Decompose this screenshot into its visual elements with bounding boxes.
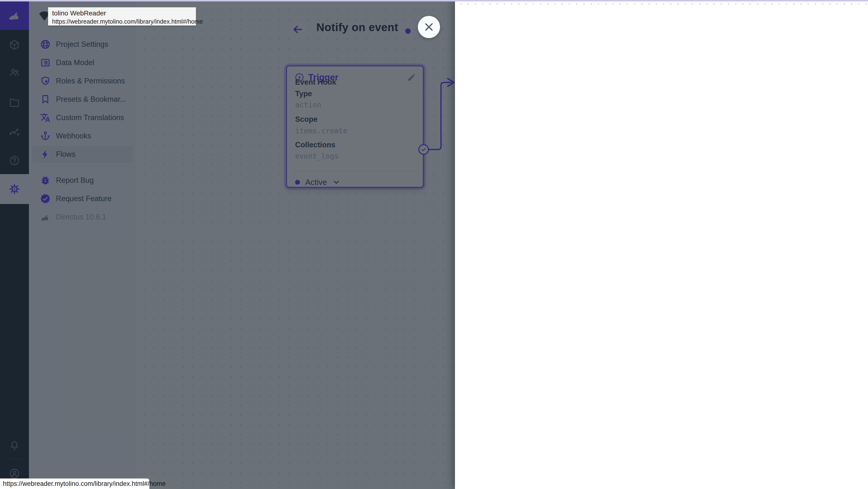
tooltip-title: tolino WebReader: [52, 9, 192, 17]
link-tooltip: tolino WebReader https://webreader.mytol…: [48, 7, 196, 26]
edit-operation-drawer: Notify on event Edit Operation Name Key …: [455, 0, 868, 489]
drawer-top-dots: [455, 2, 868, 5]
drawer-close-button[interactable]: [418, 16, 440, 38]
app-window: Notify on event Trigger Event Hook Type …: [0, 0, 868, 489]
status-bar-url: https://webreader.mytolino.com/library/i…: [3, 480, 166, 488]
browser-status-bar: https://webreader.mytolino.com/library/i…: [0, 479, 150, 489]
window-top-strip: [0, 0, 868, 1]
close-icon: [424, 22, 434, 32]
drawer-dim-overlay[interactable]: [0, 0, 456, 489]
tooltip-url: https://webreader.mytolino.com/library/i…: [52, 18, 192, 25]
